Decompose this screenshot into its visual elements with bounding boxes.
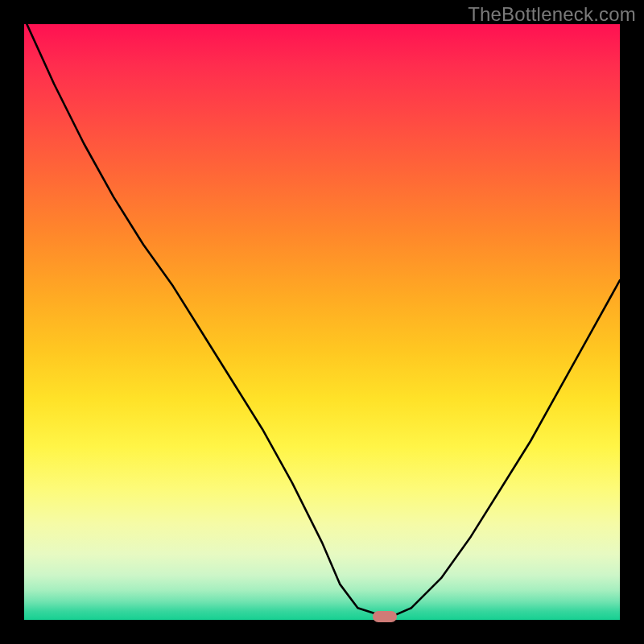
optimal-point-marker [373,611,397,622]
chart-frame: TheBottleneck.com [0,0,644,644]
curve-layer [24,24,620,620]
plot-area [24,24,620,620]
bottleneck-curve [24,24,620,616]
watermark-text: TheBottleneck.com [468,3,636,26]
